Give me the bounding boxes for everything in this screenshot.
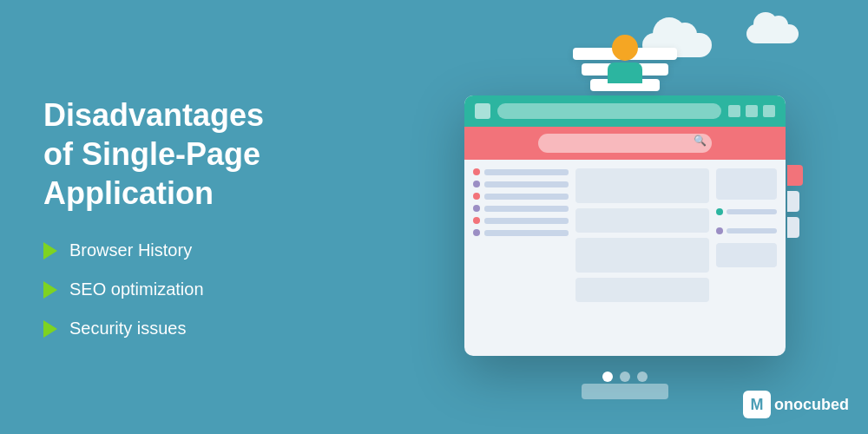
side-tab xyxy=(787,191,799,212)
sidebar-line xyxy=(484,230,569,236)
sidebar-line xyxy=(484,194,569,200)
sidebar-row xyxy=(473,217,569,224)
main-container: Disadvantages of Single-Page Application… xyxy=(0,0,868,434)
right-line xyxy=(727,209,777,214)
bullet-text: Browser History xyxy=(69,240,192,260)
content-block xyxy=(575,208,709,233)
bullet-list: Browser History SEO optimization Securit… xyxy=(43,240,339,339)
list-item: SEO optimization xyxy=(43,279,339,299)
arrow-icon xyxy=(43,281,57,299)
person-body xyxy=(608,62,642,83)
keyboard-icon xyxy=(582,384,668,399)
side-tab xyxy=(787,217,799,238)
person-illustration xyxy=(608,35,642,83)
right-block xyxy=(716,168,777,200)
logo-area: M onocubed xyxy=(743,391,849,418)
bullet-text: Security issues xyxy=(69,319,187,339)
content-block xyxy=(575,278,709,302)
toolbar-actions xyxy=(728,105,775,117)
right-dot xyxy=(716,208,723,215)
right-dot-row xyxy=(716,205,777,219)
sidebar-dot xyxy=(473,168,480,175)
browser-sidebar xyxy=(473,168,569,347)
sidebar-dot xyxy=(473,205,480,212)
browser-right-panel xyxy=(716,168,777,347)
arrow-icon xyxy=(43,242,57,260)
sidebar-line xyxy=(484,169,569,175)
sidebar-row xyxy=(473,193,569,200)
pagination-dot xyxy=(602,372,613,382)
list-item: Browser History xyxy=(43,240,339,260)
sidebar-row xyxy=(473,205,569,212)
address-bar xyxy=(497,103,721,119)
side-tab xyxy=(787,165,803,186)
browser-main xyxy=(575,168,709,347)
sidebar-row xyxy=(473,168,569,175)
list-item: Security issues xyxy=(43,319,339,339)
right-dot xyxy=(716,227,723,234)
sidebar-dot xyxy=(473,193,480,200)
arrow-icon xyxy=(43,320,57,338)
content-block xyxy=(575,238,709,273)
person-head xyxy=(612,35,638,61)
left-content: Disadvantages of Single-Page Application… xyxy=(0,61,382,373)
sidebar-row xyxy=(473,229,569,236)
sidebar-line xyxy=(484,206,569,212)
pagination-dots xyxy=(602,372,648,382)
browser-content xyxy=(464,160,786,356)
sidebar-dot xyxy=(473,217,480,224)
sidebar-line xyxy=(484,218,569,224)
right-illustration xyxy=(382,0,868,434)
right-block xyxy=(716,243,777,267)
content-block xyxy=(575,168,709,203)
logo-icon: M xyxy=(743,391,771,418)
cloud-icon xyxy=(746,24,799,43)
side-tabs xyxy=(787,165,803,238)
search-input[interactable] xyxy=(538,134,712,153)
right-line xyxy=(727,228,777,233)
browser-toolbar xyxy=(464,95,786,127)
pagination-dot xyxy=(620,372,630,382)
sidebar-row xyxy=(473,181,569,187)
sidebar-line xyxy=(484,181,569,187)
page-title: Disadvantages of Single-Page Application xyxy=(43,95,339,213)
pagination-dot xyxy=(637,372,648,382)
right-dot-row xyxy=(716,224,777,238)
toolbar-action-icon xyxy=(728,105,740,117)
browser-window xyxy=(464,95,786,356)
sidebar-dot xyxy=(473,229,480,236)
search-bar-area xyxy=(464,127,786,160)
toolbar-action-icon xyxy=(746,105,758,117)
toolbar-action-icon xyxy=(763,105,775,117)
home-icon xyxy=(475,103,490,119)
logo-text: onocubed xyxy=(774,396,849,414)
bullet-text: SEO optimization xyxy=(69,279,204,299)
sidebar-dot xyxy=(473,181,480,187)
